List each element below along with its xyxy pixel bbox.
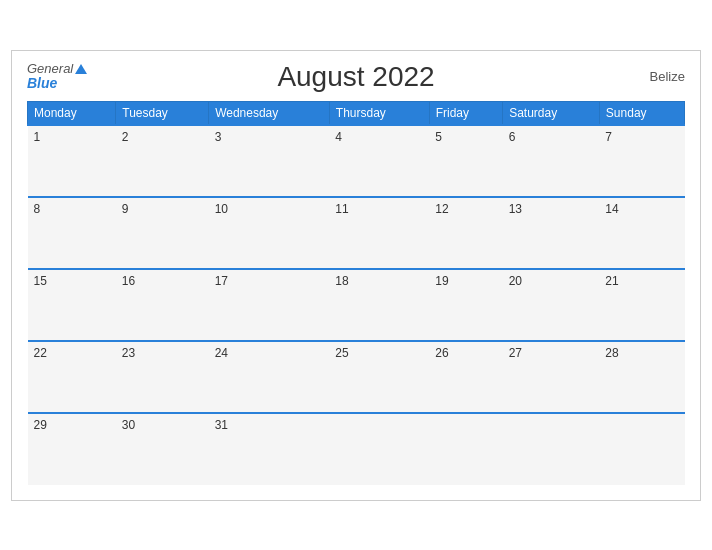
calendar-day-cell: 18 [329, 269, 429, 341]
calendar-day-cell: 13 [503, 197, 600, 269]
day-number: 13 [509, 202, 522, 216]
calendar-day-cell [503, 413, 600, 485]
day-number: 9 [122, 202, 129, 216]
day-number: 25 [335, 346, 348, 360]
calendar-day-cell: 28 [599, 341, 684, 413]
calendar-day-cell [429, 413, 502, 485]
calendar-day-cell: 31 [209, 413, 330, 485]
day-number: 11 [335, 202, 348, 216]
logo-triangle-icon [75, 64, 87, 74]
day-number: 6 [509, 130, 516, 144]
day-number: 15 [34, 274, 47, 288]
day-number: 20 [509, 274, 522, 288]
calendar-day-cell: 2 [116, 125, 209, 197]
weekday-sunday: Sunday [599, 101, 684, 125]
calendar-day-cell: 21 [599, 269, 684, 341]
day-number: 23 [122, 346, 135, 360]
logo-general-text: General [27, 62, 87, 76]
day-number: 8 [34, 202, 41, 216]
day-number: 17 [215, 274, 228, 288]
weekday-monday: Monday [28, 101, 116, 125]
calendar-week-row: 15161718192021 [28, 269, 685, 341]
calendar-day-cell: 25 [329, 341, 429, 413]
logo-area: General Blue [27, 62, 87, 92]
day-number: 28 [605, 346, 618, 360]
day-number: 4 [335, 130, 342, 144]
calendar-container: General Blue August 2022 Belize Monday T… [11, 50, 701, 501]
calendar-day-cell: 23 [116, 341, 209, 413]
calendar-day-cell: 19 [429, 269, 502, 341]
day-number: 24 [215, 346, 228, 360]
calendar-day-cell: 1 [28, 125, 116, 197]
calendar-day-cell: 24 [209, 341, 330, 413]
calendar-day-cell: 10 [209, 197, 330, 269]
day-number: 5 [435, 130, 442, 144]
weekday-thursday: Thursday [329, 101, 429, 125]
weekday-tuesday: Tuesday [116, 101, 209, 125]
calendar-day-cell: 12 [429, 197, 502, 269]
day-number: 12 [435, 202, 448, 216]
day-number: 10 [215, 202, 228, 216]
calendar-day-cell: 27 [503, 341, 600, 413]
calendar-day-cell: 3 [209, 125, 330, 197]
day-number: 30 [122, 418, 135, 432]
calendar-day-cell: 17 [209, 269, 330, 341]
calendar-day-cell: 11 [329, 197, 429, 269]
day-number: 29 [34, 418, 47, 432]
day-number: 26 [435, 346, 448, 360]
calendar-day-cell: 4 [329, 125, 429, 197]
calendar-day-cell: 16 [116, 269, 209, 341]
calendar-day-cell: 30 [116, 413, 209, 485]
calendar-week-row: 22232425262728 [28, 341, 685, 413]
calendar-day-cell [329, 413, 429, 485]
weekday-saturday: Saturday [503, 101, 600, 125]
calendar-title: August 2022 [27, 61, 685, 93]
calendar-grid: Monday Tuesday Wednesday Thursday Friday… [27, 101, 685, 485]
day-number: 7 [605, 130, 612, 144]
calendar-day-cell: 26 [429, 341, 502, 413]
calendar-day-cell: 8 [28, 197, 116, 269]
calendar-day-cell: 29 [28, 413, 116, 485]
calendar-day-cell: 22 [28, 341, 116, 413]
day-number: 16 [122, 274, 135, 288]
weekday-friday: Friday [429, 101, 502, 125]
calendar-week-row: 293031 [28, 413, 685, 485]
calendar-day-cell: 9 [116, 197, 209, 269]
calendar-day-cell: 7 [599, 125, 684, 197]
day-number: 3 [215, 130, 222, 144]
country-label: Belize [650, 69, 685, 84]
logo-blue-text: Blue [27, 76, 57, 91]
calendar-week-row: 1234567 [28, 125, 685, 197]
calendar-day-cell: 5 [429, 125, 502, 197]
calendar-header: General Blue August 2022 Belize [27, 61, 685, 93]
day-number: 31 [215, 418, 228, 432]
calendar-day-cell: 20 [503, 269, 600, 341]
day-number: 22 [34, 346, 47, 360]
calendar-day-cell: 14 [599, 197, 684, 269]
calendar-week-row: 891011121314 [28, 197, 685, 269]
day-number: 18 [335, 274, 348, 288]
day-number: 21 [605, 274, 618, 288]
weekday-header-row: Monday Tuesday Wednesday Thursday Friday… [28, 101, 685, 125]
calendar-day-cell: 15 [28, 269, 116, 341]
day-number: 27 [509, 346, 522, 360]
calendar-day-cell [599, 413, 684, 485]
calendar-day-cell: 6 [503, 125, 600, 197]
weekday-wednesday: Wednesday [209, 101, 330, 125]
day-number: 14 [605, 202, 618, 216]
day-number: 2 [122, 130, 129, 144]
day-number: 1 [34, 130, 41, 144]
day-number: 19 [435, 274, 448, 288]
